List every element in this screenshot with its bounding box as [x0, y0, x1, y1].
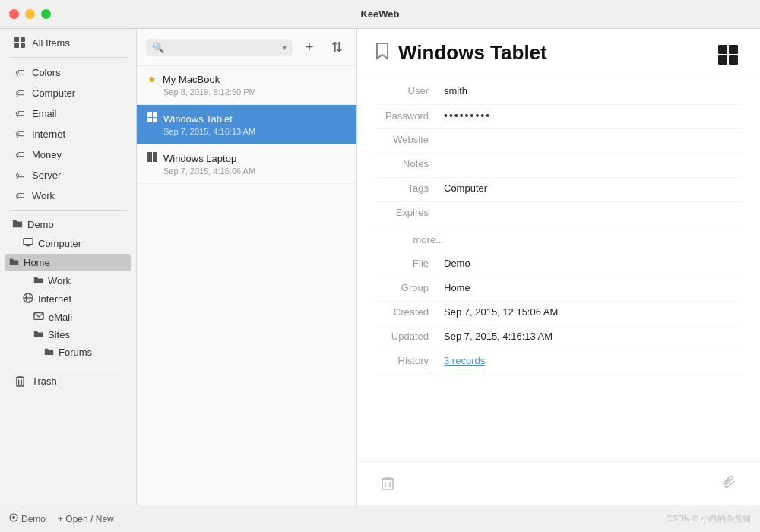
tree-item-demo-label: Demo: [27, 219, 54, 230]
detail-fields: User smith Password ••••••••• Website No…: [357, 74, 760, 461]
delete-button[interactable]: [375, 471, 400, 496]
field-value-history[interactable]: 3 records: [444, 355, 742, 366]
svg-rect-21: [382, 479, 393, 489]
tag-icon-colors: 🏷: [14, 66, 26, 78]
sidebar-item-email[interactable]: 🏷 Email: [5, 103, 131, 123]
bottom-open-new[interactable]: + Open / New: [58, 514, 114, 524]
tree-item-sites[interactable]: Sites: [0, 326, 136, 344]
minimize-button[interactable]: [25, 9, 35, 19]
sidebar-item-all-items[interactable]: All Items: [5, 33, 131, 52]
more-link[interactable]: more...: [375, 230, 444, 250]
sidebar-item-money[interactable]: 🏷 Money: [5, 144, 131, 164]
tree-item-sites-label: Sites: [48, 329, 70, 340]
bottom-db-label: Demo: [21, 514, 46, 524]
tree-item-forums-label: Forums: [59, 347, 92, 358]
entry-list: ★ My MacBook Sep 8, 2019, 8:12:50 PM Win…: [137, 66, 356, 505]
add-entry-button[interactable]: +: [299, 36, 320, 58]
svg-rect-14: [153, 112, 157, 117]
globe-icon: [23, 293, 33, 306]
sidebar-item-work[interactable]: 🏷 Work: [5, 185, 131, 205]
main-container: All Items 🏷 Colors 🏷 Computer 🏷 Email 🏷 …: [0, 29, 760, 505]
entry-header: ★ My MacBook: [147, 74, 346, 85]
sidebar-item-server[interactable]: 🏷 Server: [5, 165, 131, 185]
field-label-password: Password: [375, 110, 444, 122]
tag-icon-computer: 🏷: [14, 87, 26, 99]
monitor-icon: [23, 237, 33, 250]
sidebar: All Items 🏷 Colors 🏷 Computer 🏷 Email 🏷 …: [0, 29, 137, 505]
tree-item-demo[interactable]: Demo: [0, 215, 136, 234]
tag-icon-money: 🏷: [14, 148, 26, 160]
tree-item-forums[interactable]: Forums: [0, 344, 136, 361]
detail-footer: [357, 461, 760, 505]
windows-icon-small-2: [147, 152, 157, 164]
tree-item-work-label: Work: [48, 275, 71, 287]
entry-item-windows-laptop[interactable]: Windows Laptop Sep 7, 2015, 4:16:06 AM: [137, 144, 356, 184]
folder-icon-forums: [44, 347, 54, 358]
close-button[interactable]: [9, 9, 19, 19]
watermark: CSDN © 小白的杂货铺: [667, 513, 751, 524]
field-value-file: Demo: [444, 258, 742, 269]
trash-icon: [14, 375, 26, 387]
tree-item-home[interactable]: Home: [5, 254, 131, 271]
field-row-user: User smith: [375, 81, 742, 105]
sidebar-item-trash[interactable]: Trash: [5, 371, 131, 391]
sort-button[interactable]: ⇅: [326, 36, 347, 58]
field-value-password[interactable]: •••••••••: [444, 109, 742, 122]
sidebar-divider-3: [9, 366, 127, 366]
field-row-expires: Expires: [375, 202, 742, 226]
tree-item-internet[interactable]: Internet: [0, 290, 136, 309]
bottom-open-new-label: + Open / New: [58, 514, 114, 524]
field-label-website: Website: [375, 134, 444, 145]
sidebar-item-colors[interactable]: 🏷 Colors: [5, 62, 131, 82]
bottom-db-item[interactable]: Demo: [9, 513, 46, 524]
search-bar: 🔍 ▾ + ⇅: [137, 29, 356, 66]
windows-icon-small: [147, 112, 157, 125]
field-row-notes: Notes: [375, 154, 742, 178]
sidebar-item-money-label: Money: [32, 149, 62, 160]
grid-icon: [14, 36, 26, 49]
app-title: KeeWeb: [360, 8, 399, 20]
maximize-button[interactable]: [41, 9, 51, 19]
svg-rect-1: [21, 37, 25, 42]
entry-date: Sep 8, 2019, 8:12:50 PM: [147, 87, 346, 97]
search-input-wrap[interactable]: 🔍 ▾: [146, 39, 293, 56]
tree-item-home-label: Home: [24, 257, 50, 268]
tag-icon-work: 🏷: [14, 189, 26, 201]
search-dropdown-arrow[interactable]: ▾: [283, 43, 287, 52]
detail-title: Windows Tablet: [398, 41, 547, 65]
entry-item-my-macbook[interactable]: ★ My MacBook Sep 8, 2019, 8:12:50 PM: [137, 66, 356, 105]
more-link-row: more...: [375, 226, 742, 253]
win-logo-q3: [718, 55, 727, 65]
attachment-button[interactable]: [717, 471, 742, 496]
folder-icon-sites: [33, 329, 43, 340]
field-row-file: File Demo: [375, 253, 742, 277]
sidebar-item-internet[interactable]: 🏷 Internet: [5, 124, 131, 144]
field-row-created: Created Sep 7, 2015, 12:15:06 AM: [375, 302, 742, 326]
bottom-bar: Demo + Open / New CSDN © 小白的杂货铺: [0, 505, 760, 532]
field-label-created: Created: [375, 306, 444, 318]
detail-win-icon: [714, 41, 742, 68]
titlebar: KeeWeb: [0, 0, 760, 29]
field-value-user[interactable]: smith: [444, 85, 742, 97]
folder-icon-demo: [12, 218, 23, 231]
sidebar-item-computer-label: Computer: [32, 87, 75, 99]
field-value-tags[interactable]: Computer: [444, 182, 742, 194]
tree-item-email[interactable]: eMail: [0, 309, 136, 326]
detail-footer-left: [375, 471, 400, 496]
entry-item-windows-tablet[interactable]: Windows Tablet Sep 7, 2015, 4:16:13 AM: [137, 105, 356, 144]
tree-item-computer[interactable]: Computer: [0, 234, 136, 253]
svg-rect-2: [14, 43, 19, 48]
search-icon: 🔍: [152, 42, 164, 53]
tree-item-work-folder[interactable]: Work: [0, 272, 136, 290]
svg-rect-13: [147, 112, 152, 117]
tag-icon-email: 🏷: [14, 107, 26, 119]
entry-title: Windows Laptop: [163, 153, 236, 164]
win-logo-q2: [729, 45, 738, 54]
tree-item-email-label: eMail: [49, 312, 72, 323]
field-label-history: History: [375, 355, 444, 366]
sidebar-item-server-label: Server: [32, 169, 61, 181]
field-label-file: File: [375, 258, 444, 269]
sidebar-item-computer[interactable]: 🏷 Computer: [5, 83, 131, 103]
window-controls: [9, 9, 51, 19]
search-input[interactable]: [169, 42, 278, 53]
